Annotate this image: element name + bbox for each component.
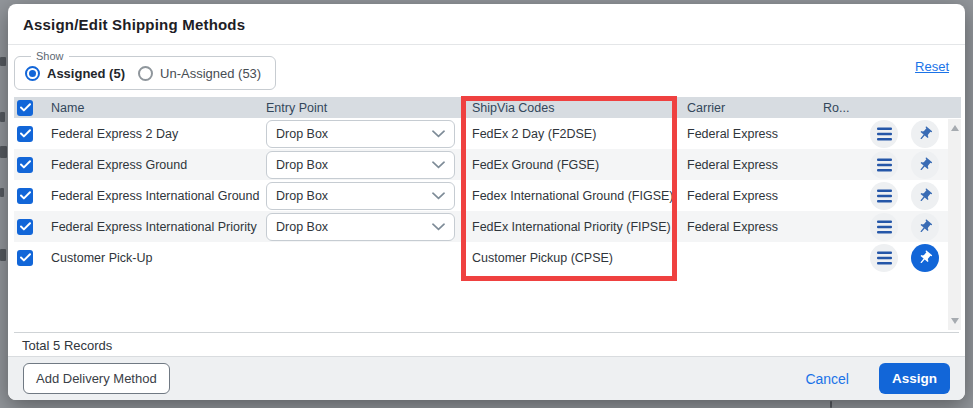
radio-selected-dot-icon [29,70,36,77]
dialog-title: Assign/Edit Shipping Methods [23,16,245,33]
row-pin-button[interactable] [911,182,939,210]
row-menu-button[interactable] [870,244,898,272]
column-header-name: Name [51,101,266,115]
cancel-button[interactable]: Cancel [805,371,849,387]
row-pin-button[interactable] [911,151,939,179]
row-pin-button-active[interactable] [911,244,939,272]
shipvia-code: FedEx 2 Day (F2DSE) [468,127,683,141]
chevron-down-icon [432,130,445,138]
add-delivery-method-button[interactable]: Add Delivery Method [23,363,170,394]
select-all-checkbox[interactable] [17,100,33,116]
hamburger-menu-icon [877,158,892,172]
chevron-down-icon [432,161,445,169]
radio-assigned[interactable] [25,66,40,81]
total-records-label: Total 5 Records [22,338,112,353]
shipvia-code: Customer Pickup (CPSE) [468,251,683,265]
table-row: Customer Pick-Up Customer Pickup (CPSE) [14,242,948,273]
table-scrollbar[interactable] [948,119,961,330]
chevron-down-icon [432,192,445,200]
row-pin-button[interactable] [911,120,939,148]
table-row: Federal Express 2 Day Drop Box FedEx 2 D… [14,118,948,149]
column-header-carrier: Carrier [683,101,823,115]
row-menu-button[interactable] [870,151,898,179]
carrier-name: Federal Express [683,127,823,141]
shipvia-code: Fedex International Ground (FIGSE) [468,189,683,203]
method-name: Federal Express Ground [51,158,266,172]
shipping-methods-table: Name Entry Point ShipVia Codes Carrier R… [14,97,961,332]
scroll-up-icon[interactable] [951,121,959,131]
total-records: Total 5 Records [14,332,959,358]
method-name: Customer Pick-Up [51,251,266,265]
scroll-down-icon[interactable] [951,318,959,328]
row-checkbox[interactable] [17,188,33,204]
row-checkbox[interactable] [17,126,33,142]
row-menu-button[interactable] [870,213,898,241]
carrier-name: Federal Express [683,220,823,234]
shipvia-code: FedEx International Priority (FIPSE) [468,220,683,234]
column-header-shipvia-codes: ShipVia Codes [468,101,683,115]
radio-unassigned-label[interactable]: Un-Assigned (53) [160,66,261,81]
method-name: Federal Express International Priority [51,220,266,234]
chevron-down-icon [432,223,445,231]
pushpin-icon [917,126,933,142]
radio-unassigned[interactable] [138,66,153,81]
column-header-ro-truncated: Ro... [823,101,961,115]
row-menu-button[interactable] [870,182,898,210]
show-filter-legend: Show [31,50,69,62]
entry-point-value: Drop Box [276,220,328,234]
backdrop-fragment [0,249,6,261]
entry-point-value: Drop Box [276,189,328,203]
check-icon [20,129,31,138]
backdrop-fragment [0,146,7,158]
entry-point-select[interactable]: Drop Box [266,151,455,179]
assign-edit-shipping-methods-dialog: Assign/Edit Shipping Methods Show Assign… [8,4,965,400]
hamburger-menu-icon [877,220,892,234]
reset-link[interactable]: Reset [915,59,949,74]
row-checkbox[interactable] [17,250,33,266]
entry-point-select[interactable]: Drop Box [266,213,455,241]
row-checkbox[interactable] [17,219,33,235]
check-icon [20,191,31,200]
dialog-footer: Add Delivery Method Cancel Assign [8,356,965,400]
hamburger-menu-icon [877,251,892,265]
row-menu-button[interactable] [870,120,898,148]
row-checkbox[interactable] [17,157,33,173]
table-row: Federal Express International Priority D… [14,211,948,242]
backdrop-fragment [0,188,4,197]
backdrop-fragment [0,112,5,122]
table-row: Federal Express International Ground Dro… [14,180,948,211]
table-row: Federal Express Ground Drop Box FedEx Gr… [14,149,948,180]
hamburger-menu-icon [877,127,892,141]
backdrop-fragment [0,57,6,66]
check-icon [20,160,31,169]
pushpin-icon [917,188,933,204]
pushpin-icon [917,157,933,173]
method-name: Federal Express 2 Day [51,127,266,141]
method-name: Federal Express International Ground [51,189,266,203]
radio-assigned-label[interactable]: Assigned (5) [47,66,125,81]
pushpin-icon [917,219,933,235]
backdrop-fragment [830,401,832,408]
entry-point-select[interactable]: Drop Box [266,120,455,148]
column-header-entry-point: Entry Point [266,101,468,115]
show-filter-group: Show Assigned (5) Un-Assigned (53) [14,50,276,90]
hamburger-menu-icon [877,189,892,203]
entry-point-select[interactable]: Drop Box [266,182,455,210]
entry-point-value: Drop Box [276,158,328,172]
check-icon [20,222,31,231]
pushpin-icon [917,250,933,266]
assign-button[interactable]: Assign [879,363,950,394]
dialog-header: Assign/Edit Shipping Methods [8,4,965,45]
row-pin-button[interactable] [911,213,939,241]
check-icon [20,103,31,112]
entry-point-value: Drop Box [276,127,328,141]
carrier-name: Federal Express [683,158,823,172]
check-icon [20,253,31,262]
shipvia-code: FedEx Ground (FGSE) [468,158,683,172]
carrier-name: Federal Express [683,189,823,203]
table-header-row: Name Entry Point ShipVia Codes Carrier R… [14,97,961,118]
